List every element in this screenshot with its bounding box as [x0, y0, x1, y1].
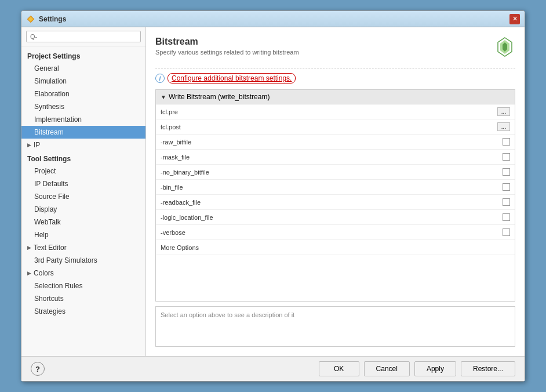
main-panel: Bitstream Specify various settings relat…: [146, 27, 525, 356]
description-panel: Select an option above to see a descript…: [155, 306, 515, 347]
sidebar-item-project[interactable]: Project: [21, 165, 145, 177]
sidebar-item-simulation[interactable]: Simulation: [21, 75, 145, 88]
table-row: -readback_file: [156, 195, 515, 210]
main-subtitle: Specify various settings related to writ…: [155, 49, 299, 56]
sidebar-item-source-file[interactable]: Source File: [21, 190, 145, 203]
cancel-button[interactable]: Cancel: [364, 361, 410, 376]
row-name: -readback_file: [156, 197, 376, 208]
search-input[interactable]: [26, 31, 141, 42]
window-title: Settings: [39, 15, 66, 23]
row-value: [376, 211, 515, 223]
row-value: [376, 245, 515, 250]
settings-window: Settings ✕ Project Settings General Simu…: [21, 10, 525, 382]
sidebar-item-webtalk[interactable]: WebTalk: [21, 216, 145, 228]
colors-arrow-icon: ▶: [27, 270, 31, 276]
row-name: -no_binary_bitfile: [156, 166, 376, 178]
checkbox[interactable]: [503, 138, 510, 146]
sidebar-item-general[interactable]: General: [21, 62, 145, 75]
row-value: [376, 166, 515, 178]
sidebar-item-help[interactable]: Help: [21, 228, 145, 241]
table-row: -verbose: [156, 225, 515, 240]
checkbox[interactable]: [503, 153, 510, 161]
row-name: -raw_bitfile: [156, 136, 376, 148]
title-bar: Settings ✕: [21, 11, 525, 27]
tool-settings-label: Tool Settings: [21, 151, 145, 165]
restore-button[interactable]: Restore...: [461, 361, 515, 376]
sidebar-item-strategies[interactable]: Strategies: [21, 305, 145, 318]
settings-section: ▼ Write Bitstream (write_bitstream) tcl.…: [155, 89, 515, 302]
info-icon: i: [155, 74, 165, 83]
apply-button[interactable]: Apply: [414, 361, 456, 376]
description-text: Select an option above to see a descript…: [161, 311, 294, 318]
main-title: Bitstream: [155, 37, 299, 47]
sidebar-item-ip[interactable]: ▶ IP: [21, 139, 145, 151]
checkbox[interactable]: [503, 168, 510, 176]
sidebar-item-colors[interactable]: ▶ Colors: [21, 267, 145, 280]
ok-button[interactable]: OK: [319, 361, 359, 376]
section-collapse-icon[interactable]: ▼: [161, 94, 166, 100]
title-bar-left: Settings: [26, 14, 66, 24]
checkbox[interactable]: [503, 183, 510, 191]
sidebar-item-selection-rules[interactable]: Selection Rules: [21, 280, 145, 292]
app-icon: [26, 14, 35, 24]
section-header: ▼ Write Bitstream (write_bitstream): [156, 90, 515, 104]
window-body: Project Settings General Simulation Elab…: [21, 27, 525, 356]
sidebar-item-bitstream[interactable]: Bitstream: [21, 126, 145, 139]
row-name: tcl.pre: [156, 106, 376, 118]
settings-table: tcl.pre ... tcl.post ... -raw_: [156, 104, 515, 255]
sidebar-item-elaboration[interactable]: Elaboration: [21, 88, 145, 100]
main-header: Bitstream Specify various settings relat…: [155, 37, 515, 57]
row-name: -verbose: [156, 227, 376, 238]
footer-buttons: OK Cancel Apply Restore...: [319, 361, 515, 376]
sidebar-item-synthesis[interactable]: Synthesis: [21, 100, 145, 113]
window-footer: ? OK Cancel Apply Restore...: [21, 356, 525, 381]
browse-button[interactable]: ...: [497, 107, 510, 116]
sidebar-content: Project Settings General Simulation Elab…: [21, 46, 145, 356]
row-value: [376, 151, 515, 163]
row-value: [376, 196, 515, 208]
project-settings-label: Project Settings: [21, 49, 145, 62]
table-row: -mask_file: [156, 150, 515, 165]
sidebar-item-ip-defaults[interactable]: IP Defaults: [21, 177, 145, 190]
checkbox[interactable]: [503, 228, 510, 236]
row-value: ...: [376, 105, 515, 118]
row-name: -mask_file: [156, 151, 376, 163]
table-row: -logic_location_file: [156, 210, 515, 225]
row-value: [376, 136, 515, 148]
ip-arrow-icon: ▶: [27, 142, 31, 148]
help-button[interactable]: ?: [31, 362, 45, 376]
table-row: More Options: [156, 240, 515, 255]
vivado-logo-icon: [494, 37, 515, 57]
header-divider: [155, 68, 515, 68]
sidebar-item-implementation[interactable]: Implementation: [21, 113, 145, 126]
table-row: -bin_file: [156, 180, 515, 195]
text-editor-arrow-icon: ▶: [27, 245, 31, 251]
configure-link[interactable]: Configure additional bitstream settings.: [168, 73, 296, 84]
table-row: -raw_bitfile: [156, 135, 515, 150]
sidebar-item-3rd-party[interactable]: 3rd Party Simulators: [21, 254, 145, 267]
sidebar-item-text-editor[interactable]: ▶ Text Editor: [21, 241, 145, 254]
row-value: [376, 226, 515, 238]
row-name: -logic_location_file: [156, 212, 376, 223]
close-button[interactable]: ✕: [509, 14, 520, 24]
table-row: tcl.post ...: [156, 119, 515, 135]
main-header-text: Bitstream Specify various settings relat…: [155, 37, 299, 56]
row-value: [376, 181, 515, 193]
sidebar-item-display[interactable]: Display: [21, 203, 145, 216]
row-value: ...: [376, 120, 515, 133]
table-row: -no_binary_bitfile: [156, 165, 515, 180]
row-name: More Options: [156, 242, 376, 253]
table-row: tcl.pre ...: [156, 104, 515, 119]
row-name: tcl.post: [156, 121, 376, 133]
search-box: [21, 27, 145, 46]
configure-link-row: i Configure additional bitstream setting…: [155, 73, 515, 84]
checkbox[interactable]: [503, 213, 510, 221]
row-name: -bin_file: [156, 182, 376, 193]
browse-button[interactable]: ...: [497, 122, 510, 131]
section-header-label: Write Bitstream (write_bitstream): [169, 93, 270, 101]
checkbox[interactable]: [503, 198, 510, 206]
sidebar-item-shortcuts[interactable]: Shortcuts: [21, 292, 145, 305]
sidebar: Project Settings General Simulation Elab…: [21, 27, 146, 356]
